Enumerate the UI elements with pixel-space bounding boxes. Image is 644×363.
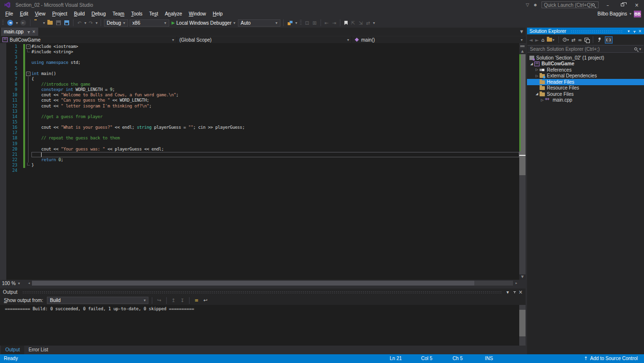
toolbar-options-icon[interactable]: ▾ xyxy=(373,21,375,25)
save-button[interactable] xyxy=(55,19,62,27)
line-number[interactable]: 23 xyxy=(6,163,21,168)
code-text[interactable]: cout << "What is your guess?" << endl; s… xyxy=(31,125,519,130)
line-number[interactable]: 13 xyxy=(6,109,21,114)
line-number[interactable]: 6 xyxy=(6,71,21,76)
code-text[interactable]: int main() xyxy=(31,71,519,76)
status-insert-mode[interactable]: INS xyxy=(485,356,493,361)
editor-vertical-scrollbar[interactable]: ▲ ▼ xyxy=(519,43,526,280)
pin-tab-icon[interactable] xyxy=(27,30,29,34)
next-bookmark-button[interactable]: ⇲ xyxy=(358,19,364,27)
scroll-down-icon[interactable]: ▼ xyxy=(519,274,526,280)
horizontal-scrollbar-thumb[interactable] xyxy=(32,281,474,286)
tab-main-cpp[interactable]: main.cpp × xyxy=(1,28,38,36)
solution-platform-dropdown[interactable]: x86▾ xyxy=(130,19,169,27)
clear-bookmarks-button[interactable]: ⇄ xyxy=(365,19,371,27)
tree-item-resource-files[interactable]: Resource Files xyxy=(527,85,644,91)
switch-views-button[interactable]: ▾ xyxy=(547,38,555,42)
line-number[interactable]: 21 xyxy=(6,152,21,157)
navigate-backward-button[interactable]: ◄ xyxy=(6,19,14,27)
quick-launch-input[interactable]: Quick Launch (Ctrl+Q) xyxy=(542,1,599,8)
line-number[interactable]: 2 xyxy=(6,49,21,55)
editor-zoom-dropdown[interactable]: 100 % ▾ xyxy=(0,280,26,287)
close-panel-icon[interactable]: × xyxy=(519,289,523,295)
display-parameter-info-button[interactable]: ⊞ xyxy=(311,19,317,27)
panel-tab-error-list[interactable]: Error List xyxy=(24,346,53,354)
collapse-all-button[interactable] xyxy=(585,38,589,42)
redo-dropdown-icon[interactable]: ▾ xyxy=(96,21,98,25)
forward-button[interactable]: ► xyxy=(535,37,539,43)
status-line-number[interactable]: Ln 21 xyxy=(390,356,402,361)
solution-configuration-dropdown[interactable]: Debug▾ xyxy=(104,19,128,27)
editor-splitter-handle[interactable] xyxy=(519,43,526,49)
line-number[interactable]: 11 xyxy=(6,98,21,103)
line-number[interactable]: 12 xyxy=(6,104,21,109)
expander-closed-icon[interactable]: ▷ xyxy=(540,98,545,102)
home-button[interactable]: ⌂ xyxy=(541,37,544,43)
solution-explorer-search-input[interactable]: Search Solution Explorer (Ctrl+;) ▾ xyxy=(527,45,644,53)
start-debugging-button[interactable]: ▶ Local Windows Debugger ▾ xyxy=(171,19,236,27)
output-content[interactable]: ========== Build: 0 succeeded, 0 failed,… xyxy=(0,305,526,346)
fold-margin[interactable]: - xyxy=(25,71,31,76)
restore-button[interactable] xyxy=(617,0,628,9)
menu-analyze[interactable]: Analyze xyxy=(161,10,186,17)
line-number[interactable]: 19 xyxy=(6,141,21,147)
tree-item-main-cpp[interactable]: ▷main.cpp xyxy=(527,97,644,104)
panel-tab-output[interactable]: Output xyxy=(1,346,24,354)
send-a-smile-icon[interactable]: ☻ xyxy=(533,2,538,7)
code-text[interactable] xyxy=(31,55,519,60)
pin-panel-icon[interactable] xyxy=(512,289,515,295)
menu-help[interactable]: Help xyxy=(209,10,226,17)
feedback-icon[interactable]: ▽ xyxy=(526,2,529,7)
preview-selected-items-button[interactable]: ∞ xyxy=(578,37,582,43)
code-text[interactable] xyxy=(31,109,519,114)
new-project-dropdown-icon[interactable]: ▾ xyxy=(43,21,45,25)
undo-button[interactable]: ↶ xyxy=(76,19,82,27)
undo-dropdown-icon[interactable]: ▾ xyxy=(84,21,86,25)
add-to-source-control-button[interactable]: ↑ Add to Source Control xyxy=(584,356,640,361)
menu-window[interactable]: Window xyxy=(186,10,210,17)
toggle-word-wrap-button[interactable]: ↩ xyxy=(202,298,209,303)
toolbar-options-icon[interactable]: ▾ xyxy=(295,21,297,25)
line-number[interactable]: 22 xyxy=(6,157,21,163)
toolbar-grip[interactable] xyxy=(300,20,302,26)
output-scrollbar-thumb[interactable] xyxy=(519,310,526,336)
menu-debug[interactable]: Debug xyxy=(88,10,109,17)
show-all-files-button[interactable] xyxy=(605,36,613,44)
open-file-button[interactable] xyxy=(46,19,54,27)
menu-team[interactable]: Team xyxy=(109,10,128,17)
code-text[interactable]: //get a guess from player xyxy=(31,114,519,120)
sign-in-area[interactable]: Bilbo Baggins ▾ BB xyxy=(598,10,641,18)
line-number[interactable]: 5 xyxy=(6,66,21,71)
scroll-right-icon[interactable]: ▸ xyxy=(513,281,519,285)
line-number[interactable]: 15 xyxy=(6,120,21,125)
line-number[interactable]: 16 xyxy=(6,125,21,130)
find-message-in-code-button[interactable]: ↪ xyxy=(156,298,162,303)
close-button[interactable]: × xyxy=(631,0,642,9)
previous-bookmark-button[interactable]: ⇱ xyxy=(350,19,356,27)
code-text[interactable]: return 0; xyxy=(31,157,519,163)
window-position-dropdown-icon[interactable]: ▾ xyxy=(628,29,629,33)
scrollbar-track[interactable] xyxy=(519,54,526,274)
back-button[interactable]: ◄ xyxy=(529,37,533,43)
code-lines[interactable]: 1-#include <iostream>2#include <string>3… xyxy=(6,43,519,280)
avatar[interactable]: BB xyxy=(634,11,641,17)
output-panel-header[interactable]: Output ▾ × xyxy=(0,288,526,296)
code-text[interactable]: cout << "Your guess was: " << playerGues… xyxy=(31,147,519,152)
expander-open-icon[interactable]: ◢ xyxy=(529,62,534,66)
menu-file[interactable]: File xyxy=(2,10,16,17)
expander-closed-icon[interactable]: ▷ xyxy=(534,68,540,72)
line-number[interactable]: 9 xyxy=(6,87,21,92)
status-character-number[interactable]: Ch 5 xyxy=(453,356,463,361)
decrease-indent-button[interactable]: ⇤ xyxy=(324,19,330,27)
close-panel-icon[interactable]: × xyxy=(638,29,642,33)
code-text[interactable]: { xyxy=(31,76,519,82)
project-dropdown[interactable]: BullCowGame ▾ xyxy=(0,36,177,44)
code-text[interactable]: } xyxy=(31,163,519,168)
menu-tools[interactable]: Tools xyxy=(128,10,146,17)
line-number[interactable]: 3 xyxy=(6,55,21,60)
line-number[interactable]: 20 xyxy=(6,147,21,152)
pin-panel-icon[interactable] xyxy=(632,29,635,33)
fold-collapse-icon[interactable]: - xyxy=(26,72,30,76)
horizontal-scrollbar-track[interactable] xyxy=(32,281,513,286)
scroll-up-icon[interactable]: ▲ xyxy=(519,49,526,54)
